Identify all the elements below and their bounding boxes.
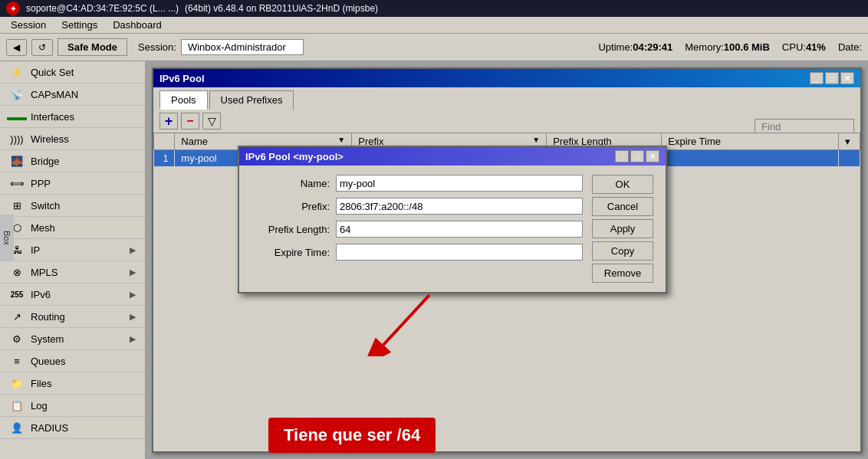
sidebar-item-label: Quick Set <box>31 67 74 78</box>
sidebar-item-capsman[interactable]: 📡 CAPsMAN <box>0 84 145 106</box>
row-number: 1 <box>154 150 175 167</box>
sidebar-item-ip[interactable]: 🖧 IP ▶ <box>0 239 145 261</box>
sidebar-item-radius[interactable]: 👤 RADIUS <box>0 417 145 439</box>
prefix-length-label: Prefix Length: <box>252 224 336 235</box>
remove-button[interactable]: Remove <box>592 264 653 283</box>
sidebar-item-ppp[interactable]: ⟺ PPP <box>0 172 145 195</box>
sidebar-item-bridge[interactable]: 🌉 Bridge <box>0 150 145 172</box>
wireless-icon: )))) <box>9 133 25 145</box>
session-value: Winbox-Administrador <box>181 39 304 55</box>
sidebar-item-label: CAPsMAN <box>31 89 78 100</box>
dialog-close-button[interactable]: ✕ <box>646 150 659 162</box>
minimize-button[interactable]: _ <box>810 72 824 84</box>
cpu-info: CPU:41% <box>782 41 826 53</box>
sidebar-item-log[interactable]: 📋 Log <box>0 395 145 417</box>
sidebar-item-system[interactable]: ⚙ System ▶ <box>0 328 145 350</box>
menu-settings[interactable]: Settings <box>54 18 105 32</box>
name-label: Name: <box>252 178 336 189</box>
cancel-button[interactable]: Cancel <box>592 197 653 216</box>
sidebar-item-files[interactable]: 📁 Files <box>0 372 145 395</box>
sidebar-item-wireless[interactable]: )))) Wireless <box>0 128 145 150</box>
ok-button[interactable]: OK <box>592 175 653 194</box>
main-layout: ⚡ Quick Set 📡 CAPsMAN ▬▬ Interfaces ))))… <box>0 61 868 459</box>
filter-button[interactable]: ▽ <box>202 113 221 130</box>
refresh-button[interactable]: ↺ <box>31 39 53 56</box>
expire-time-input[interactable] <box>336 244 583 261</box>
name-input[interactable] <box>336 175 583 192</box>
dialog-maximize-button[interactable]: □ <box>630 150 644 162</box>
dialog-minimize-button[interactable]: _ <box>615 150 629 162</box>
session-label: Session: <box>138 41 176 53</box>
chevron-right-icon: ▶ <box>130 267 136 277</box>
sidebar-item-label: MPLS <box>31 267 58 278</box>
sidebar-item-quickset[interactable]: ⚡ Quick Set <box>0 61 145 84</box>
cell-expire-time <box>662 150 839 167</box>
col-dropdown[interactable]: ▾ <box>839 133 860 150</box>
prefix-length-input[interactable] <box>336 221 583 238</box>
prefix-row: Prefix: <box>252 198 583 215</box>
apply-button[interactable]: Apply <box>592 219 653 238</box>
sidebar-item-label: Interfaces <box>31 111 74 123</box>
menu-bar: Session Settings Dashboard <box>0 17 868 34</box>
sidebar-item-label: Mesh <box>31 222 55 234</box>
app-title: soporte@C4:AD:34:7E:92:5C (L... ...) <box>26 3 179 14</box>
tab-pools[interactable]: Pools <box>159 90 208 110</box>
sidebar-item-mpls[interactable]: ⊗ MPLS ▶ <box>0 261 145 284</box>
toolbar-right-info: Uptime:04:29:41 Memory:100.6 MiB CPU:41%… <box>598 41 862 53</box>
chevron-right-icon: ▶ <box>130 334 136 344</box>
date-info: Date: <box>838 41 862 53</box>
sidebar-item-label: PPP <box>31 178 51 189</box>
ipv6-pool-dialog: IPv6 Pool <my-pool> _ □ ✕ Name: Prefix: <box>238 146 667 293</box>
ipv6-pool-title: IPv6 Pool <box>159 73 205 84</box>
dialog-buttons: OK Cancel Apply Copy Remove <box>592 175 653 283</box>
content-area: IPv6 Pool _ □ ✕ Pools Used Prefixes + − … <box>146 61 868 459</box>
sidebar-item-label: Files <box>31 378 51 389</box>
queues-icon: ≡ <box>9 355 25 367</box>
sidebar-item-label: IP <box>31 244 40 256</box>
chevron-right-icon: ▶ <box>130 312 136 322</box>
add-button[interactable]: + <box>159 113 178 130</box>
dialog-content: Name: Prefix: Prefix Length: Expire Time… <box>239 166 666 292</box>
safe-mode-button[interactable]: Safe Mode <box>58 38 127 56</box>
sidebar-item-routing[interactable]: ↗ Routing ▶ <box>0 306 145 328</box>
ppp-icon: ⟺ <box>9 177 25 189</box>
dialog-title: IPv6 Pool <my-pool> <box>245 151 344 162</box>
remove-button[interactable]: − <box>181 113 199 130</box>
dialog-titlebar: IPv6 Pool <my-pool> _ □ ✕ <box>239 147 666 166</box>
prefix-input[interactable] <box>336 198 583 215</box>
menu-dashboard[interactable]: Dashboard <box>105 18 169 32</box>
expire-time-row: Expire Time: <box>252 244 583 261</box>
sidebar-item-queues[interactable]: ≡ Queues <box>0 350 145 372</box>
interfaces-icon: ▬▬ <box>9 110 25 123</box>
back-button[interactable]: ◀ <box>6 39 27 56</box>
switch-icon: ⊞ <box>9 199 25 211</box>
dialog-form: Name: Prefix: Prefix Length: Expire Time… <box>252 175 583 283</box>
ipv6-pool-titlebar: IPv6 Pool _ □ ✕ <box>153 69 860 87</box>
copy-button[interactable]: Copy <box>592 241 653 261</box>
quickset-icon: ⚡ <box>9 66 25 78</box>
tab-used-prefixes[interactable]: Used Prefixes <box>209 90 294 110</box>
sidebar-item-label: Routing <box>31 311 65 323</box>
inner-toolbar: + − ▽ <box>153 110 860 133</box>
sidebar-item-mesh[interactable]: ⬡ Mesh <box>0 217 145 239</box>
sidebar-item-label: Log <box>31 400 48 411</box>
sidebar-item-switch[interactable]: ⊞ Switch <box>0 195 145 217</box>
cell-extra <box>839 150 860 167</box>
sidebar-item-interfaces[interactable]: ▬▬ Interfaces <box>0 106 145 128</box>
top-bar: ✦ soporte@C4:AD:34:7E:92:5C (L... ...) (… <box>0 0 868 17</box>
annotation-text: Tiene que ser /64 <box>284 425 420 444</box>
app-version: (64bit) v6.48.4 on RB2011UiAS-2HnD (mips… <box>185 3 378 14</box>
menu-session[interactable]: Session <box>3 18 54 32</box>
maximize-button[interactable]: □ <box>825 72 839 84</box>
chevron-right-icon: ▶ <box>130 290 136 300</box>
close-button[interactable]: ✕ <box>840 72 854 84</box>
sidebar-item-ipv6[interactable]: 255 IPv6 ▶ <box>0 284 145 306</box>
bridge-icon: 🌉 <box>9 155 25 167</box>
winbox-label: Box <box>0 215 14 261</box>
arrow-svg <box>360 287 452 356</box>
expire-time-label: Expire Time: <box>252 247 336 258</box>
col-expire-time: Expire Time <box>662 133 839 150</box>
system-icon: ⚙ <box>9 333 25 345</box>
capsman-icon: 📡 <box>9 88 25 100</box>
app-logo: ✦ <box>6 2 20 15</box>
